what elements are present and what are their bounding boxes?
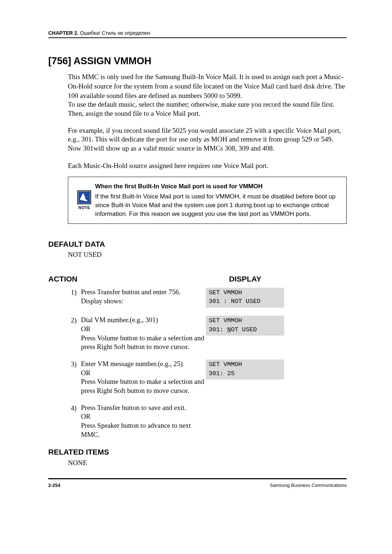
step-number: 1) — [68, 288, 81, 308]
page-title: [756] ASSIGN VMMOH — [48, 54, 347, 67]
note-body: If the first Built-In Voice Mail port is… — [95, 192, 339, 218]
step-row: 4) Press Transfer button to save and exi… — [48, 403, 347, 439]
related-items-heading: RELATED ITEMS — [48, 447, 347, 457]
note-icon-column: NOTE — [73, 182, 95, 218]
note-title: When the first Built-In Voice Mail port … — [95, 182, 339, 191]
step-text: OR — [81, 325, 90, 333]
page-header: CHAPTER 2. Ошибка! Стиль не определен. — [48, 30, 347, 37]
intro-paragraph-4: Each Music-On-Hold source assigned here … — [68, 161, 347, 171]
chapter-text: Ошибка! Стиль не определен. — [80, 30, 151, 37]
display-column: SET VMMOH 301: 25 — [206, 360, 284, 395]
note-icon — [77, 190, 91, 205]
document-page: CHAPTER 2. Ошибка! Стиль не определен. [… — [0, 0, 392, 554]
display-box: SET VMMOH 301: NOT USED — [206, 316, 284, 336]
page-number: 2-254 — [48, 482, 60, 489]
display-line: 301: 25 — [209, 370, 234, 377]
step-row: 2) Dial VM number.(e.g., 301) OR Press V… — [48, 316, 347, 352]
display-column: SET VMMOH 301: NOT USED — [206, 316, 284, 352]
step-body: Dial VM number.(e.g., 301) OR Press Volu… — [81, 316, 206, 352]
display-box: SET VMMOH 301 : NOT USED — [206, 288, 284, 308]
step-text: Press Speaker button to advance to next … — [81, 422, 191, 438]
intro-block: This MMC is only used for the Samsung Bu… — [68, 72, 347, 170]
step-text: OR — [81, 413, 90, 420]
display-line: SET VMMOH — [209, 289, 242, 296]
intro-paragraph-2: To use the default music, select the num… — [68, 100, 347, 118]
note-box: NOTE When the first Built-In Voice Mail … — [68, 177, 347, 223]
display-heading: DISPLAY — [229, 274, 261, 284]
header-divider — [48, 37, 347, 38]
step-text: Enter VM message number.(e.g., 25) — [81, 360, 183, 368]
intro-paragraph-3: For example, if you record sound file 50… — [68, 126, 347, 153]
display-line: SET VMMOH — [209, 361, 242, 368]
intro-paragraph-1: This MMC is only used for the Samsung Bu… — [68, 72, 347, 100]
step-text: OR — [81, 369, 90, 377]
step-body: Press Transfer button and enter 756. Dis… — [81, 288, 206, 308]
footer-company: Samsung Business Communications — [270, 482, 347, 489]
step-body: Press Transfer button to save and exit. … — [81, 403, 206, 439]
related-items-value: NONE — [68, 458, 347, 468]
display-line-prefix: 301: — [209, 326, 227, 333]
step-number: 3) — [68, 360, 81, 395]
footer-divider — [48, 478, 347, 479]
note-label: NOTE — [78, 205, 90, 210]
default-data-value: NOT USED — [68, 250, 347, 259]
step-number: 2) — [68, 316, 81, 352]
step-number: 4) — [68, 403, 81, 439]
display-column: SET VMMOH 301 : NOT USED — [206, 288, 284, 308]
display-line: SET VMMOH — [209, 317, 242, 324]
page-footer: 2-254 Samsung Business Communications — [48, 482, 347, 489]
step-text: Press Transfer button and enter 756. — [81, 288, 180, 296]
step-text: Press Volume button to make a selection … — [81, 334, 204, 351]
display-line: 301 : NOT USED — [209, 298, 261, 305]
note-text-column: When the first Built-In Voice Mail port … — [95, 182, 339, 218]
display-line-underlined: N — [227, 326, 231, 333]
step-text: Press Volume button to make a selection … — [81, 378, 204, 394]
step-row: 1) Press Transfer button and enter 756. … — [48, 288, 347, 308]
step-text: Dial VM number.(e.g., 301) — [81, 316, 158, 324]
default-data-heading: DEFAULT DATA — [48, 239, 347, 249]
action-heading: ACTION — [48, 274, 229, 284]
step-text: Display shows: — [81, 297, 123, 305]
step-body: Enter VM message number.(e.g., 25) OR Pr… — [81, 360, 206, 395]
action-display-header-row: ACTION DISPLAY — [48, 274, 347, 284]
display-box: SET VMMOH 301: 25 — [206, 360, 284, 379]
step-row: 3) Enter VM message number.(e.g., 25) OR… — [48, 360, 347, 395]
step-text: Press Transfer button to save and exit. — [81, 404, 186, 411]
display-line-suffix: OT USED — [231, 326, 257, 333]
chapter-label: CHAPTER 2. — [48, 30, 78, 37]
